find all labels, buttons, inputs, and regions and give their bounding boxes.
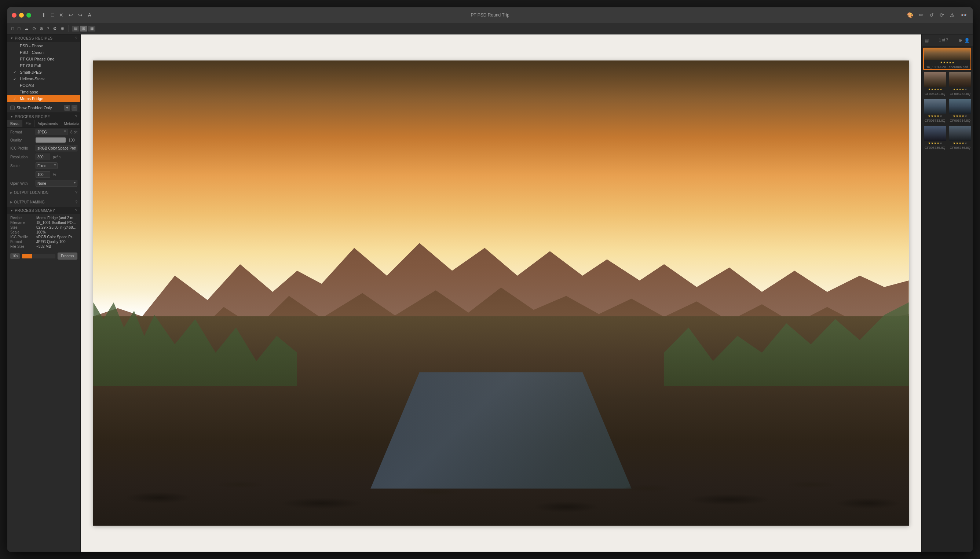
scale-mode-select[interactable]: Fixed Fit [36,162,58,169]
recipe-item-small-jpeg[interactable]: ✓ Small-JPEG [7,69,80,76]
film-item-6[interactable]: ★ ★ ★ ★ ★ CF005736.IIQ [948,125,972,150]
folder-icon[interactable]: □ [10,25,15,32]
film-thumb-5 [924,126,946,141]
pen-icon[interactable]: ✏ [918,12,925,19]
star-6-3: ★ [959,142,961,145]
filmstrip-person-icon[interactable]: 👤 [964,38,970,43]
sync-icon[interactable]: ⟳ [938,12,945,19]
film-label-1: CF005731.IIQ [924,92,946,96]
undo-icon[interactable]: ↩ [67,12,75,19]
recipe-item-pt-gui-phaseone[interactable]: PT GUI Phase One [7,56,80,62]
process-recipe-section: ▼ PROCESS RECIPE ? Basic File Adjustment… [7,112,80,188]
film-item-5[interactable]: ★ ★ ★ ★ ★ CF005735.IIQ [923,125,947,150]
summary-size-value: 82.29 x 25.30 in (24688 x 7589 px) [36,225,77,230]
close-button[interactable] [12,13,17,18]
maximize-button[interactable] [27,13,31,18]
format-select-wrapper: JPEG TIFF PNG ▼ [36,129,68,135]
layers-icon[interactable]: ☁ [23,25,30,32]
summary-filename-row: Filename 18_1001-Scotland-PODAS-CF005731… [10,220,77,225]
process-summary-header[interactable]: ▼ PROCESS SUMMARY ? [7,207,80,214]
scale-mode-wrapper: Fixed Fit ▼ [36,162,58,169]
process-recipes-header[interactable]: ▼ PROCESS RECIPES ? [7,35,80,42]
tab-metadata[interactable]: Metadata [61,120,81,127]
recipe-item-podas[interactable]: PODAS [7,82,80,89]
output-naming-header[interactable]: ▶ OUTPUT NAMING ? [7,198,80,205]
left-panel: ▼ PROCESS RECIPES ? PSD - Phase PSD - Ca… [7,35,81,552]
recipe-label-7: Timelapse [20,90,38,94]
refresh-icon[interactable]: ↺ [928,12,935,19]
add-recipe-button[interactable]: + [64,105,70,111]
summary-filename-value: 18_1001-Scotland-PODAS-CF005731... [36,221,77,225]
output-loc-help[interactable]: ? [75,190,77,195]
filmstrip-icon[interactable]: ▤ [925,38,929,43]
upload-icon[interactable]: ⬆ [40,12,47,19]
summary-content: Recipe Moms Fridge (and 2 more) Filename… [7,214,80,250]
resolution-input[interactable] [36,154,50,160]
save-icon[interactable]: □ [17,25,21,32]
recipe-item-moms-fridge[interactable]: ✓ Moms Fridge [7,95,80,102]
output-naming-help[interactable]: ? [75,200,77,204]
minimize-button[interactable] [19,13,24,18]
recipe-tabs: Basic File Adjustments Metadata Watermar… [7,120,80,127]
resolution-unit: px/in [53,155,61,159]
summary-scale-label: Scale [10,230,34,234]
process-recipe-section-header[interactable]: ▼ PROCESS RECIPE ? [7,113,80,120]
rocks-overlay [93,339,909,526]
close-icon[interactable]: ✕ [58,12,65,19]
recipe-item-psd-canon[interactable]: PSD - Canon [7,49,80,56]
show-enabled-checkbox[interactable] [10,106,15,110]
grid-view-button[interactable]: ▤ [72,26,79,31]
recipe-item-pt-gui-full[interactable]: PT GUI Full [7,62,80,69]
window-icon[interactable]: □ [50,12,55,19]
recipe-item-helicon-stack[interactable]: ✓ Helicon-Stack [7,76,80,82]
settings2-icon[interactable]: ⚙ [60,25,66,32]
pr-help-icon[interactable]: ? [75,114,77,119]
film-item-4[interactable]: ★ ★ ★ ★ ★ CF005734.IIQ [948,98,972,124]
title-bar: ⬆ □ ✕ ↩ ↪ A PT PSD Round Trip 🎨 ✏ ↺ ⟳ ⚠ … [7,7,973,23]
main-layout: ▼ PROCESS RECIPES ? PSD - Phase PSD - Ca… [7,35,973,552]
tab-file[interactable]: File [22,120,35,127]
glasses-icon[interactable]: 👓 [959,12,968,19]
right-toolbar-icons: 🎨 ✏ ↺ ⟳ ⚠ 👓 [905,12,968,19]
panorama-image[interactable] [93,61,909,526]
list-view-button[interactable]: ▦ [88,26,95,31]
quality-fill [36,137,66,142]
help-icon[interactable]: ? [46,25,51,32]
search-icon[interactable]: ⊕ [38,25,45,32]
film-item-0[interactable]: ★ ★ ★ ★ ★ 16_1001-Sco...anorama.psd [923,48,971,70]
process-button[interactable]: Process [58,253,77,260]
star-2-3: ★ [959,88,961,91]
scale-pct-input[interactable] [36,171,50,178]
recipe-item-timelapse[interactable]: Timelapse [7,89,80,95]
text-icon[interactable]: A [86,12,93,19]
target-icon[interactable]: ⊙ [31,25,37,32]
scale-pct-row: % [7,170,80,179]
filmstrip-search-icon[interactable]: ⊕ [958,38,962,43]
secondary-toolbar: □ □ ☁ ⊙ ⊕ ? ⚙ ⚙ ▤ ⊞ ▦ [7,23,973,35]
alert-icon[interactable]: ⚠ [948,12,956,19]
redo-icon[interactable]: ↪ [77,12,84,19]
recipe-label-4: Small-JPEG [20,70,42,74]
film-item-1[interactable]: ★ ★ ★ ★ ★ CF005731.IIQ [923,71,947,97]
output-location-header[interactable]: ▶ OUTPUT LOCATION ? [7,189,80,196]
open-with-select[interactable]: None Photoshop [36,180,77,187]
output-naming-label: OUTPUT NAMING [14,200,45,204]
tab-adjustments[interactable]: Adjustments [35,120,61,127]
icc-profile-select[interactable]: sRGB Color Space Profile Adobe RGB [36,145,77,151]
filmstrip-view-button[interactable]: ⊞ [80,26,87,31]
recipe-item-psd-phase[interactable]: PSD - Phase [7,43,80,49]
ps-help-icon[interactable]: ? [75,208,77,213]
app-window: ⬆ □ ✕ ↩ ↪ A PT PSD Round Trip 🎨 ✏ ↺ ⟳ ⚠ … [7,7,973,552]
film-row-3: ★ ★ ★ ★ ★ CF005735.IIQ ★ ★ ★ [923,125,971,150]
settings-icon[interactable]: ⚙ [52,25,58,32]
star-3-4: ★ [937,114,939,117]
palette-icon[interactable]: 🎨 [905,12,915,19]
film-item-2[interactable]: ★ ★ ★ ★ ★ CF005732.IIQ [948,71,972,97]
format-select[interactable]: JPEG TIFF PNG [36,129,68,135]
recipes-help-icon[interactable]: ? [75,36,77,40]
quality-slider[interactable] [36,137,66,142]
film-item-3[interactable]: ★ ★ ★ ★ ★ CF005733.IIQ [923,98,947,124]
remove-recipe-button[interactable]: − [71,105,77,111]
tab-basic[interactable]: Basic [7,120,22,127]
star-3-2: ★ [931,114,934,117]
